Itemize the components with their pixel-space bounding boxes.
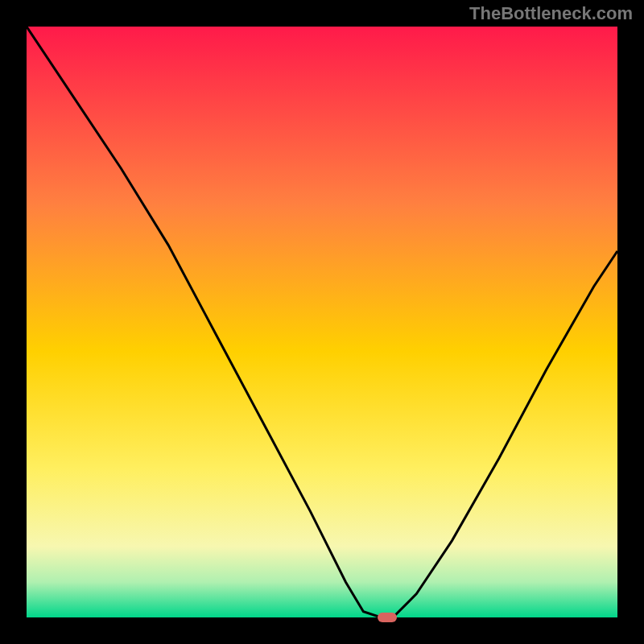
chart-container: TheBottleneck.com bbox=[0, 0, 644, 644]
plot-svg bbox=[27, 27, 617, 617]
gradient-background bbox=[27, 27, 617, 617]
optimal-marker bbox=[378, 613, 397, 622]
plot-area bbox=[27, 27, 617, 617]
watermark-text: TheBottleneck.com bbox=[469, 3, 633, 24]
